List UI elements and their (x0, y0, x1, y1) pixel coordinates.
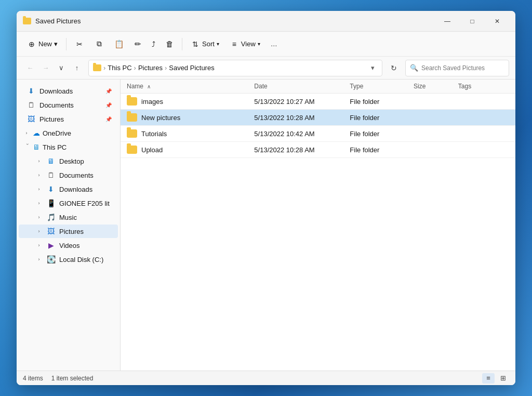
music-icon: 🎵 (47, 213, 55, 221)
view-button[interactable]: ≡ View ▾ (225, 37, 264, 51)
folder-icon (127, 146, 137, 154)
sidebar-item-desktop[interactable]: › 🖥 Desktop (19, 154, 118, 168)
dropdown-history-button[interactable]: ∨ (54, 61, 69, 75)
toolbar-separator-2 (182, 38, 182, 50)
sidebar-label: Pictures (39, 115, 101, 123)
sidebar-item-documents[interactable]: › 🗒 Documents (19, 168, 118, 182)
maximize-button[interactable]: □ (460, 13, 484, 30)
view-toggle: ≡ ⊞ (482, 373, 509, 384)
picture-icon: 🖼 (47, 227, 55, 235)
rename-button[interactable]: ✏ (130, 37, 145, 51)
copy-button[interactable]: ⧉ (90, 37, 108, 51)
delete-button[interactable]: 🗑 (162, 37, 178, 51)
back-button[interactable]: ← (23, 61, 37, 75)
status-info: 4 items 1 item selected (23, 375, 93, 382)
title-bar: Saved Pictures — □ ✕ (17, 11, 515, 32)
col-header-size[interactable]: Size (414, 83, 458, 90)
download-icon: ⬇ (47, 185, 55, 193)
col-header-date[interactable]: Date (254, 83, 350, 90)
toolbar-separator-1 (66, 38, 66, 50)
doc-icon: 🗒 (27, 101, 35, 109)
table-row[interactable]: New pictures 5/13/2022 10:28 AM File fol… (121, 110, 515, 126)
rename-icon: ✏ (135, 39, 141, 49)
sidebar-item-videos[interactable]: › ▶ Videos (19, 239, 118, 252)
tiles-view-button[interactable]: ⊞ (497, 373, 509, 384)
sidebar-label: GIONEE F205 lit (59, 200, 112, 207)
paste-button[interactable]: 📋 (110, 37, 128, 51)
sidebar-label: Pictures (59, 228, 112, 235)
sort-icon: ⇅ (191, 39, 200, 49)
file-list: Name ∧ Date Type Size Tags (121, 80, 515, 371)
share-button[interactable]: ⤴ (148, 37, 159, 51)
sidebar-label: Music (59, 214, 112, 221)
file-name-cell: Upload (127, 146, 254, 154)
sidebar-item-gionee[interactable]: › 📱 GIONEE F205 lit (19, 196, 118, 210)
table-row[interactable]: Upload 5/13/2022 10:28 AM File folder (121, 142, 515, 158)
col-header-name[interactable]: Name ∧ (127, 83, 254, 90)
sidebar-label: Videos (59, 242, 112, 249)
expand-arrow-pictures: › (35, 228, 43, 235)
table-row[interactable]: Tutorials 5/13/2022 10:42 AM File folder (121, 126, 515, 142)
minimize-button[interactable]: — (435, 13, 459, 30)
sidebar-label: Downloads (39, 87, 101, 95)
new-label: New (38, 40, 52, 48)
table-row[interactable]: images 5/13/2022 10:27 AM File folder (121, 94, 515, 110)
download-icon: ⬇ (27, 87, 35, 95)
view-icon: ≡ (230, 39, 239, 49)
address-dropdown-button[interactable]: ▾ (367, 60, 378, 76)
sidebar-item-downloads[interactable]: › ⬇ Downloads (19, 182, 118, 196)
paste-icon: 📋 (114, 39, 124, 49)
forward-button[interactable]: → (38, 61, 53, 75)
view-label: View (241, 40, 256, 48)
file-type-cell: File folder (350, 130, 414, 138)
search-icon: 🔍 (410, 64, 418, 72)
sidebar-thispc-header[interactable]: › 🖥 This PC (19, 140, 118, 154)
file-type-cell: File folder (350, 146, 414, 154)
doc-icon: 🗒 (47, 171, 55, 179)
title-bar-folder-icon (23, 17, 31, 25)
cut-button[interactable]: ✂ (71, 37, 88, 51)
delete-icon: 🗑 (166, 39, 174, 48)
expand-arrow-videos: › (35, 242, 43, 249)
sidebar-item-downloads-quick[interactable]: ⬇ Downloads 📌 (19, 84, 118, 98)
file-date-cell: 5/13/2022 10:28 AM (254, 146, 350, 154)
sort-button[interactable]: ⇅ Sort ▾ (187, 37, 223, 51)
sidebar-item-localdisk[interactable]: › 💽 Local Disk (C:) (19, 253, 118, 266)
search-box[interactable]: 🔍 (405, 60, 509, 76)
file-type-cell: File folder (350, 98, 414, 105)
sidebar-label: Local Disk (C:) (59, 256, 112, 263)
selected-info: 1 item selected (51, 375, 94, 382)
list-view-button[interactable]: ≡ (482, 373, 495, 384)
file-date-cell: 5/13/2022 10:27 AM (254, 98, 350, 105)
sidebar-item-music[interactable]: › 🎵 Music (19, 210, 118, 224)
cut-icon: ✂ (75, 39, 84, 49)
more-button[interactable]: … (267, 37, 282, 50)
sidebar-label: Desktop (59, 157, 112, 165)
window-controls: — □ ✕ (435, 13, 509, 30)
sidebar-label: Downloads (59, 186, 112, 193)
col-header-tags[interactable]: Tags (458, 83, 509, 90)
expand-arrow-desktop: › (35, 157, 43, 165)
path-part-savedpictures: Saved Pictures (169, 64, 214, 72)
col-header-type[interactable]: Type (350, 83, 414, 90)
file-date-cell: 5/13/2022 10:42 AM (254, 130, 350, 138)
sidebar-item-documents-quick[interactable]: 🗒 Documents 📌 (19, 98, 118, 112)
new-button[interactable]: ⊕ New ▾ (23, 37, 62, 51)
sidebar-item-pictures-quick[interactable]: 🖼 Pictures 📌 (19, 112, 118, 126)
sidebar-onedrive[interactable]: › ☁ OneDrive (19, 126, 118, 140)
phone-icon: 📱 (47, 199, 55, 207)
video-icon: ▶ (47, 241, 55, 249)
sidebar-item-pictures[interactable]: › 🖼 Pictures (19, 225, 118, 238)
file-date-cell: 5/13/2022 10:28 AM (254, 114, 350, 122)
search-input[interactable] (421, 64, 504, 72)
file-name-cell: Tutorials (127, 129, 254, 138)
thispc-label: This PC (43, 143, 114, 151)
address-path[interactable]: › This PC › Pictures › Saved Pictures ▾ (88, 60, 382, 76)
thispc-icon: 🖥 (32, 143, 41, 151)
sidebar-label: Documents (39, 101, 101, 109)
close-button[interactable]: ✕ (485, 13, 509, 30)
expand-arrow-onedrive: › (23, 129, 30, 137)
status-bar: 4 items 1 item selected ≡ ⊞ (17, 371, 515, 385)
up-button[interactable]: ↑ (70, 61, 84, 75)
refresh-button[interactable]: ↻ (387, 61, 401, 75)
